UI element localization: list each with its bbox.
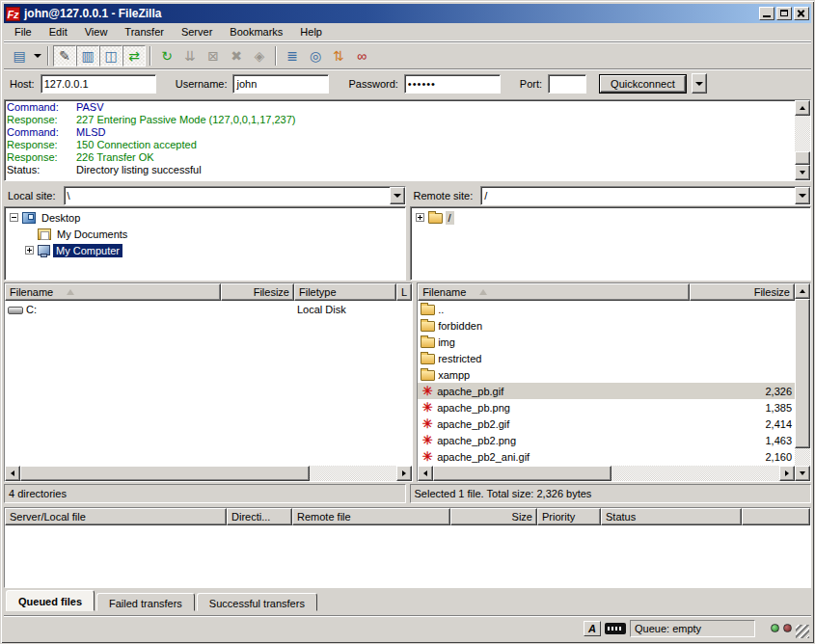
scroll-down-button[interactable] <box>795 165 810 180</box>
password-label: Password: <box>348 78 397 90</box>
scroll-down-button[interactable] <box>795 466 810 481</box>
file-row-restricted[interactable]: restricted <box>418 350 795 366</box>
directory-filters-button[interactable]: ≣ <box>281 45 304 67</box>
scroll-thumb[interactable] <box>795 299 810 448</box>
file-row-apache-pb-gif[interactable]: apache_pb.gif2,326 <box>418 383 795 399</box>
menu-edit[interactable]: Edit <box>41 24 76 40</box>
col-queue-status[interactable]: Status <box>601 508 742 525</box>
scroll-right-button[interactable] <box>396 466 412 481</box>
tab-queued-files[interactable]: Queued files <box>6 590 95 611</box>
site-manager-dropdown[interactable] <box>31 45 43 67</box>
scroll-up-button[interactable] <box>795 283 810 299</box>
scroll-thumb[interactable] <box>433 466 611 481</box>
col-queue-priority[interactable]: Priority <box>537 508 601 525</box>
synchronized-browsing-button[interactable]: ⇅ <box>327 45 350 67</box>
host-input[interactable] <box>41 74 156 94</box>
col-queue-size[interactable]: Size <box>450 508 537 525</box>
remote-file-rows[interactable]: .. forbidden img restricted xampp apache… <box>418 301 795 466</box>
tab-successful-transfers[interactable]: Successful transfers <box>197 593 317 611</box>
toggle-remote-tree-button[interactable]: ◫ <box>99 45 122 67</box>
tree-item-my-computer[interactable]: My Computer <box>21 242 404 258</box>
collapse-icon[interactable] <box>10 213 18 222</box>
toggle-message-log-button[interactable]: ✎ <box>53 45 76 67</box>
titlebar[interactable]: Fz john@127.0.0.1 - FileZilla <box>4 4 811 23</box>
file-row-c-drive[interactable]: C: Local Disk <box>5 301 412 317</box>
scroll-thumb[interactable] <box>20 466 310 481</box>
local-directory-tree[interactable]: Desktop My Documents My Computer <box>4 206 406 281</box>
expand-icon[interactable] <box>25 246 34 255</box>
menu-file[interactable]: File <box>6 24 41 40</box>
remote-list-hscrollbar[interactable] <box>418 466 795 481</box>
close-button[interactable] <box>794 7 809 20</box>
local-list-hscrollbar[interactable] <box>5 466 412 481</box>
menu-transfer[interactable]: Transfer <box>116 24 173 40</box>
password-input[interactable] <box>404 74 501 94</box>
cancel-operation-button[interactable]: ⊠ <box>202 45 225 67</box>
col-queue-spacer <box>742 508 810 525</box>
local-site-combobox[interactable]: \ <box>64 186 406 205</box>
quickconnect-dropdown[interactable] <box>692 73 707 94</box>
remote-site-dropdown[interactable] <box>795 187 810 204</box>
tab-failed-transfers[interactable]: Failed transfers <box>96 593 195 611</box>
remote-site-combobox[interactable]: / <box>480 186 811 205</box>
scroll-left-button[interactable] <box>5 466 20 481</box>
username-input[interactable] <box>232 74 329 94</box>
quickconnect-button[interactable]: Quickconnect <box>600 75 686 93</box>
col-local-filename[interactable]: Filename <box>5 283 221 301</box>
col-local-filetype[interactable]: Filetype <box>294 283 396 301</box>
file-row-apache-pb2-png[interactable]: apache_pb2.png1,463 <box>418 432 795 448</box>
port-input[interactable] <box>548 74 586 94</box>
process-queue-button[interactable]: ⇊ <box>178 45 202 67</box>
tree-item-my-documents[interactable]: My Documents <box>21 226 404 242</box>
col-local-lastmodified[interactable]: L <box>396 283 412 301</box>
scroll-right-button[interactable] <box>779 466 795 481</box>
scroll-track[interactable] <box>611 466 779 481</box>
menu-help[interactable]: Help <box>291 24 331 40</box>
log-scrollbar[interactable] <box>795 100 810 180</box>
transfer-type-indicator[interactable]: A <box>584 621 601 636</box>
col-remote-filesize[interactable]: Filesize <box>690 283 795 301</box>
local-site-dropdown[interactable] <box>390 187 405 204</box>
col-queue-serverlocal[interactable]: Server/Local file <box>5 508 227 525</box>
menu-bookmarks[interactable]: Bookmarks <box>221 24 291 40</box>
scroll-track[interactable] <box>310 466 396 481</box>
toggle-local-tree-button[interactable]: ▥ <box>76 45 99 67</box>
file-row-apache-pb2-ani-gif[interactable]: apache_pb2_ani.gif2,160 <box>418 448 795 465</box>
site-manager-button[interactable]: ▤ <box>8 45 31 67</box>
refresh-button[interactable]: ↻ <box>155 45 178 67</box>
remote-list-vscrollbar[interactable] <box>795 283 810 481</box>
file-row-forbidden[interactable]: forbidden <box>418 317 795 334</box>
scroll-up-button[interactable] <box>795 100 810 116</box>
folder-icon <box>421 305 435 315</box>
toggle-queue-button[interactable]: ⇄ <box>122 45 146 67</box>
expand-icon[interactable] <box>416 213 424 222</box>
scroll-track[interactable] <box>795 448 810 466</box>
col-local-filesize[interactable]: Filesize <box>221 283 294 301</box>
scroll-thumb[interactable] <box>795 151 810 165</box>
tree-item-desktop[interactable]: Desktop <box>6 209 404 226</box>
col-queue-remotefile[interactable]: Remote file <box>292 508 450 525</box>
resize-grip[interactable] <box>796 625 809 638</box>
menu-view[interactable]: View <box>76 24 117 40</box>
file-row-apache-pb2-gif[interactable]: apache_pb2.gif2,414 <box>418 416 795 432</box>
col-remote-filename[interactable]: Filename <box>418 283 690 301</box>
directory-comparison-button[interactable]: ◎ <box>304 45 327 67</box>
local-file-rows[interactable]: C: Local Disk <box>5 301 412 466</box>
scroll-left-button[interactable] <box>418 466 433 481</box>
file-row-apache-pb-png[interactable]: apache_pb.png1,385 <box>418 399 795 416</box>
find-files-button[interactable]: ∞ <box>350 45 373 67</box>
maximize-button[interactable] <box>776 7 792 20</box>
tree-item-root[interactable]: / <box>412 209 810 226</box>
speed-limit-icon[interactable] <box>605 623 626 634</box>
disconnect-button[interactable]: ✖ <box>225 45 248 67</box>
file-row-xampp[interactable]: xampp <box>418 366 795 383</box>
minimize-button[interactable] <box>759 7 774 20</box>
file-row-img[interactable]: img <box>418 334 795 350</box>
col-queue-direction[interactable]: Directi... <box>227 508 292 525</box>
file-row-parent[interactable]: .. <box>418 301 795 317</box>
queue-rows[interactable] <box>5 525 810 587</box>
menu-server[interactable]: Server <box>173 24 221 40</box>
scroll-track[interactable] <box>795 116 810 151</box>
remote-directory-tree[interactable]: / <box>410 206 812 281</box>
reconnect-button[interactable]: ◈ <box>248 45 271 67</box>
